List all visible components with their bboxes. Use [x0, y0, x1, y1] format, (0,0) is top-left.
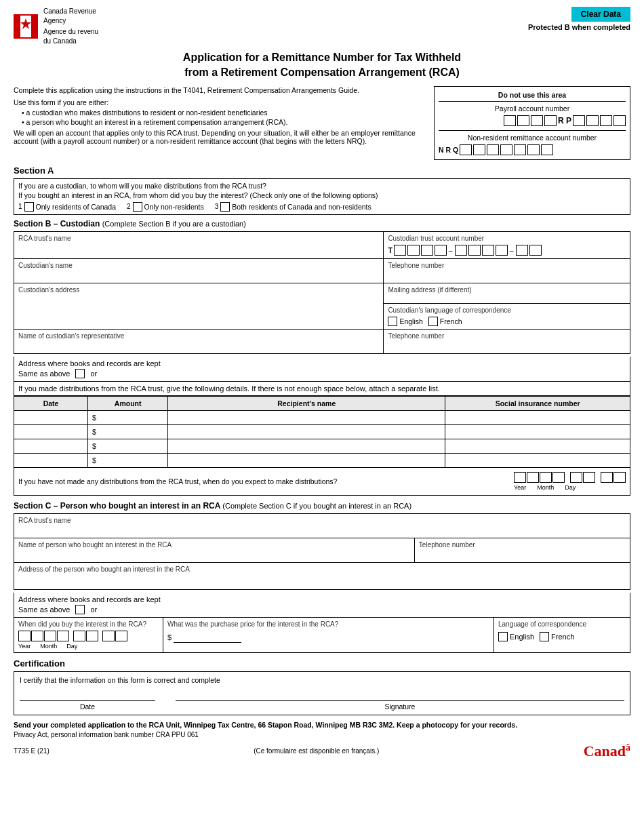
nrq-box-6 [527, 144, 540, 155]
recipient-col-header: Recipient's name [168, 396, 445, 410]
send-text: Send your completed application to the R… [14, 721, 630, 729]
month-label-b: Month [537, 484, 554, 491]
telephone-cell-1: Telephone number [384, 258, 630, 283]
certify-text: I certify that the information on this f… [20, 676, 624, 684]
section-c-books-label: Address where books and records are kept [18, 595, 626, 603]
option-2-checkbox[interactable] [133, 202, 142, 212]
nrq-box-4 [500, 144, 512, 155]
canada-wordmark: Canadä [584, 742, 630, 760]
option-1: 1 Only residents of Canada [18, 202, 116, 212]
french-checkbox[interactable] [428, 317, 438, 326]
nrq-box-1 [460, 144, 472, 155]
form-title: Application for a Remittance Number for … [14, 50, 630, 81]
telephone-cell-2: Telephone number [384, 329, 630, 353]
date-field: Date [20, 700, 155, 711]
nrq-box-3 [487, 144, 499, 155]
month-label-c: Month [40, 643, 57, 650]
section-a-options: 1 Only residents of Canada 2 Only non-re… [18, 202, 626, 212]
top-right-area: Clear Data Protected B when completed [528, 7, 630, 31]
certification-box: I certify that the information on this f… [14, 671, 630, 715]
section-c-french-checkbox[interactable] [540, 632, 549, 641]
english-label: English [399, 317, 422, 325]
use-form-text: Use this form if you are either: [14, 98, 427, 106]
privacy-text: Privacy Act, personal information bank n… [14, 731, 630, 738]
non-resident-label: Non-resident remittance account number [439, 134, 626, 142]
option-3-checkbox[interactable] [220, 202, 230, 212]
english-checkbox[interactable] [388, 317, 397, 326]
rp-box-5 [573, 115, 585, 126]
same-as-above-label: Same as above [18, 370, 70, 378]
section-c-same-as: Same as above [18, 605, 70, 614]
section-c-french-item: French [540, 632, 574, 641]
rp-field: R P [439, 115, 626, 126]
nrq-box-2 [473, 144, 485, 155]
section-c-same-checkbox[interactable] [75, 605, 85, 614]
option-3: 3 Both residents of Canada and non-resid… [215, 202, 371, 212]
section-c-or: or [90, 605, 97, 614]
section-b-header: Section B – Custodian (Complete Section … [14, 219, 630, 229]
section-c-header: Section C – Person who bought an interes… [14, 501, 630, 511]
french-note: (Ce formulaire est disponible en françai… [254, 747, 379, 755]
option-2-label: Only non-residents [144, 203, 204, 211]
section-c-telephone: Telephone number [414, 538, 630, 562]
day-label-b: Day [565, 484, 576, 491]
section-c-table: RCA trust's name Name of person who boug… [14, 513, 630, 590]
we-will-text: We will open an account that applies onl… [14, 129, 427, 145]
bullet-2: • a person who bought an interest in a r… [22, 118, 427, 126]
person-name-cell: Name of person who bought an interest in… [14, 538, 415, 562]
mailing-address-cell: Mailing address (if different) Custodian… [384, 283, 630, 329]
nrq-box-7 [541, 144, 553, 155]
intro-area: Complete this application using the inst… [14, 86, 427, 160]
custodian-trust-account-cell: Custodian trust account number T – – [384, 231, 630, 258]
rp-box-1 [504, 115, 516, 126]
dist-note: If you made distributions from the RCA t… [18, 384, 626, 393]
amount-4: $ [88, 453, 168, 467]
sin-col-header: Social insurance number [445, 396, 630, 410]
rp-box-2 [517, 115, 529, 126]
footer-row: T735 E (21) (Ce formulaire est disponibl… [14, 742, 630, 760]
french-label: French [440, 317, 462, 325]
section-a-header: Section A [14, 165, 630, 176]
svg-rect-0 [15, 16, 20, 37]
logo-area: Canada Revenue Agency Agence du revenu d… [14, 7, 98, 46]
dist-row-1: $ [14, 410, 630, 424]
rp-box-7 [600, 115, 612, 126]
rp-box-6 [586, 115, 599, 126]
certification-header: Certification [14, 658, 630, 669]
option-1-label: Only residents of Canada [36, 203, 116, 211]
agency-text: Canada Revenue Agency Agence du revenu d… [43, 7, 98, 46]
year-label-c: Year [18, 643, 31, 650]
page-header: Canada Revenue Agency Agence du revenu d… [14, 7, 630, 46]
section-c-rca-trust-name: RCA trust's name [14, 513, 630, 538]
nrq-field: N R Q [439, 144, 626, 155]
clear-data-button[interactable]: Clear Data [571, 7, 630, 22]
or-label: or [90, 370, 97, 378]
same-as-above-checkbox[interactable] [75, 369, 85, 378]
section-c-english-label: English [510, 633, 534, 641]
option-2: 2 Only non-residents [127, 202, 204, 212]
form-number: T735 E (21) [14, 747, 49, 755]
section-b-table: RCA trust's name Custodian trust account… [14, 231, 630, 354]
canada-flag-icon [14, 14, 38, 39]
expect-dist-row: If you have not made any distributions f… [14, 468, 630, 496]
amount-1: $ [88, 410, 168, 424]
english-checkbox-item: English [388, 317, 422, 326]
rp-label: R P [558, 116, 571, 125]
payroll-account-label: Payroll account number [439, 104, 626, 113]
signature-field: Signature [176, 700, 624, 711]
books-label: Address where books and records are kept [18, 359, 626, 368]
do-not-use-box: Do not use this area Payroll account num… [434, 86, 630, 160]
books-records-row: Address where books and records are kept… [14, 357, 630, 382]
section-c-english-checkbox[interactable] [498, 632, 508, 641]
rp-box-8 [613, 115, 626, 126]
rca-trust-name-cell: RCA trust's name [14, 231, 384, 258]
section-a-box: If you are a custodian, to whom will you… [14, 178, 630, 215]
option-1-checkbox[interactable] [24, 202, 34, 212]
dist-row-3: $ [14, 439, 630, 453]
certification-section: Certification I certify that the informa… [14, 658, 630, 715]
dist-row-4: $ [14, 453, 630, 467]
section-c-books-row: Address where books and records are kept… [14, 593, 630, 618]
do-not-use-title: Do not use this area [439, 91, 626, 102]
person-address-cell: Address of the person who bought an inte… [14, 562, 630, 589]
bullet-1: • a custodian who makes distributions to… [22, 108, 427, 117]
